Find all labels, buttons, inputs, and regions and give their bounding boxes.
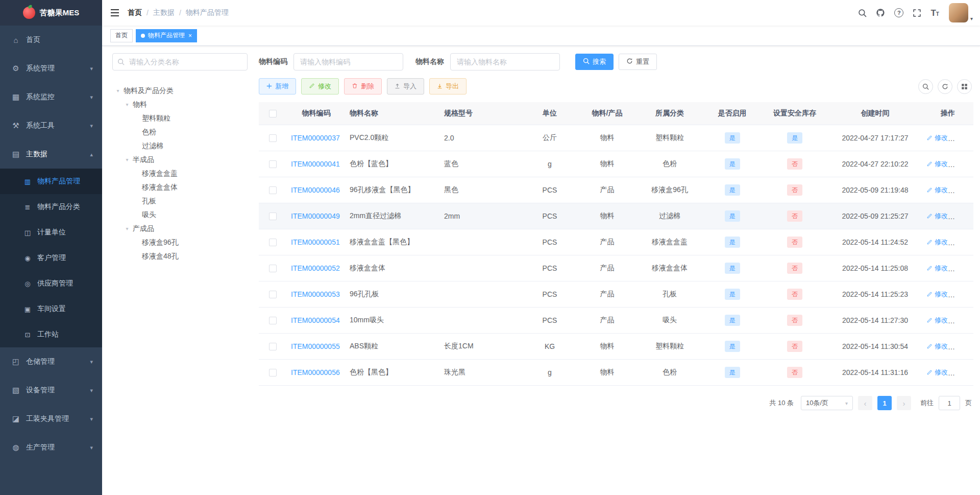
row-checkbox[interactable] (269, 291, 277, 298)
delete-button[interactable]: 删除 (954, 264, 973, 273)
row-checkbox[interactable] (269, 160, 277, 168)
edit-button[interactable]: 修改 (926, 211, 948, 221)
edit-button[interactable]: 修改 (926, 290, 948, 299)
sidebar-item-workstation[interactable]: ⊡工作站 (0, 322, 102, 347)
delete-button[interactable]: 删除 (954, 133, 973, 143)
delete-button[interactable]: 删除 (954, 368, 973, 377)
next-page-button[interactable]: › (897, 396, 911, 410)
search-icon[interactable] (853, 0, 871, 26)
sidebar-item-home[interactable]: ⌂首页 (0, 26, 102, 54)
delete-button[interactable]: 删除 (954, 185, 973, 195)
tree-node[interactable]: 移液盒96孔 (112, 235, 248, 249)
sidebar-item-warehouse-management[interactable]: ◰仓储管理▾ (0, 347, 102, 376)
sidebar-item-material-product-category[interactable]: ≣物料产品分类 (0, 194, 102, 220)
edit-button[interactable]: 修改 (926, 368, 948, 377)
sidebar-item-customer-management[interactable]: ◉客户管理 (0, 245, 102, 271)
help-icon[interactable]: ? (890, 0, 908, 26)
sidebar-item-equipment-management[interactable]: ▧设备管理▾ (0, 376, 102, 405)
material-code-link[interactable]: ITEM00000046 (291, 186, 340, 194)
github-icon[interactable] (871, 0, 890, 26)
material-code-link[interactable]: ITEM00000041 (291, 160, 340, 168)
tab-item[interactable]: 首页 (110, 29, 133, 42)
select-all-checkbox[interactable] (269, 110, 277, 117)
category-search-input[interactable] (112, 53, 248, 70)
breadcrumb-item[interactable]: 首页 (128, 8, 142, 17)
reset-button[interactable]: 重置 (619, 54, 657, 70)
avatar[interactable] (949, 3, 968, 22)
material-code-link[interactable]: ITEM00000052 (291, 264, 340, 272)
delete-button[interactable]: 删除 (954, 290, 973, 299)
delete-button[interactable]: 删除 (954, 316, 973, 325)
tree-node[interactable]: ▾物料 (112, 98, 248, 111)
sidebar-item-workshop-settings[interactable]: ▣车间设置 (0, 296, 102, 322)
material-code-link[interactable]: ITEM00000037 (291, 134, 340, 142)
columns-button[interactable] (957, 79, 972, 94)
import-button[interactable]: 导入 (387, 78, 424, 95)
sidebar-item-system-monitor[interactable]: ▦系统监控▾ (0, 83, 102, 111)
app-logo[interactable]: 苦糖果MES (0, 0, 102, 26)
sidebar-item-supplier-management[interactable]: ◎供应商管理 (0, 271, 102, 296)
tree-node[interactable]: 孔板 (112, 194, 248, 208)
close-icon[interactable]: × (188, 33, 192, 39)
delete-button[interactable]: 删除 (954, 211, 973, 221)
row-checkbox[interactable] (269, 239, 277, 246)
edit-button[interactable]: 修改 (926, 342, 948, 351)
edit-button[interactable]: 修改 (926, 264, 948, 273)
sidebar-item-material-product-management[interactable]: ▥物料产品管理 (0, 169, 102, 194)
page-number-button[interactable]: 1 (877, 396, 892, 410)
row-checkbox[interactable] (269, 186, 277, 194)
sidebar-item-fixture-management[interactable]: ◪工装夹具管理▾ (0, 405, 102, 433)
tree-node[interactable]: 色粉 (112, 125, 248, 139)
material-code-link[interactable]: ITEM00000055 (291, 342, 340, 350)
tree-node[interactable]: ▾物料及产品分类 (112, 84, 248, 98)
delete-button[interactable]: 删除 (954, 342, 973, 351)
delete-button[interactable]: 删除 (954, 238, 973, 247)
row-checkbox[interactable] (269, 317, 277, 324)
tree-node[interactable]: 移液盒盒盖 (112, 167, 248, 180)
sidebar-item-system-management[interactable]: ⚙系统管理▾ (0, 54, 102, 83)
sidebar-item-measure-unit[interactable]: ◫计量单位 (0, 220, 102, 245)
material-code-link[interactable]: ITEM00000049 (291, 212, 340, 220)
tree-node[interactable]: 塑料颗粒 (112, 111, 248, 125)
add-button[interactable]: 新增 (259, 78, 296, 95)
delete-button[interactable]: 删除 (954, 159, 973, 169)
goto-page-input[interactable] (939, 396, 960, 410)
breadcrumb-item[interactable]: 主数据 (153, 8, 175, 17)
delete-button[interactable]: 删除 (344, 78, 382, 95)
sidebar-item-system-tools[interactable]: ⚒系统工具▾ (0, 111, 102, 140)
row-checkbox[interactable] (269, 265, 277, 272)
row-checkbox[interactable] (269, 343, 277, 350)
material-code-link[interactable]: ITEM00000056 (291, 368, 340, 376)
filter-input[interactable] (450, 53, 560, 70)
tab-active[interactable]: 物料产品管理× (136, 29, 197, 42)
material-code-link[interactable]: ITEM00000054 (291, 316, 340, 324)
tree-node[interactable]: ▾半成品 (112, 153, 248, 167)
row-checkbox[interactable] (269, 134, 277, 142)
fullscreen-icon[interactable] (908, 0, 926, 26)
refresh-button[interactable] (938, 79, 952, 94)
tree-node[interactable]: 移液盒盒体 (112, 180, 248, 194)
tree-node[interactable]: 吸头 (112, 208, 248, 222)
row-checkbox[interactable] (269, 213, 277, 220)
edit-button[interactable]: 修改 (926, 159, 948, 169)
font-size-icon[interactable]: TT (926, 0, 944, 26)
toggle-search-button[interactable] (918, 79, 933, 94)
caret-down-icon[interactable]: ▾ (970, 16, 973, 21)
edit-button[interactable]: 修改 (926, 238, 948, 247)
tree-node[interactable]: 移液盒48孔 (112, 249, 248, 263)
tree-node[interactable]: ▾产成品 (112, 222, 248, 235)
search-button[interactable]: 搜索 (575, 54, 614, 70)
tree-node[interactable]: 过滤棉 (112, 139, 248, 153)
prev-page-button[interactable]: ‹ (858, 396, 872, 410)
export-button[interactable]: 导出 (429, 78, 467, 95)
material-code-link[interactable]: ITEM00000051 (291, 238, 340, 246)
hamburger-icon[interactable] (102, 9, 128, 16)
material-code-link[interactable]: ITEM00000053 (291, 290, 340, 298)
sidebar-item-master-data[interactable]: ▤主数据▴ (0, 140, 102, 169)
edit-button[interactable]: 修改 (926, 133, 948, 143)
row-checkbox[interactable] (269, 369, 277, 376)
edit-button[interactable]: 修改 (301, 78, 339, 95)
page-size-select[interactable]: 10条/页▾ (801, 396, 853, 410)
edit-button[interactable]: 修改 (926, 185, 948, 195)
sidebar-item-production-management[interactable]: ◍生产管理▾ (0, 433, 102, 462)
